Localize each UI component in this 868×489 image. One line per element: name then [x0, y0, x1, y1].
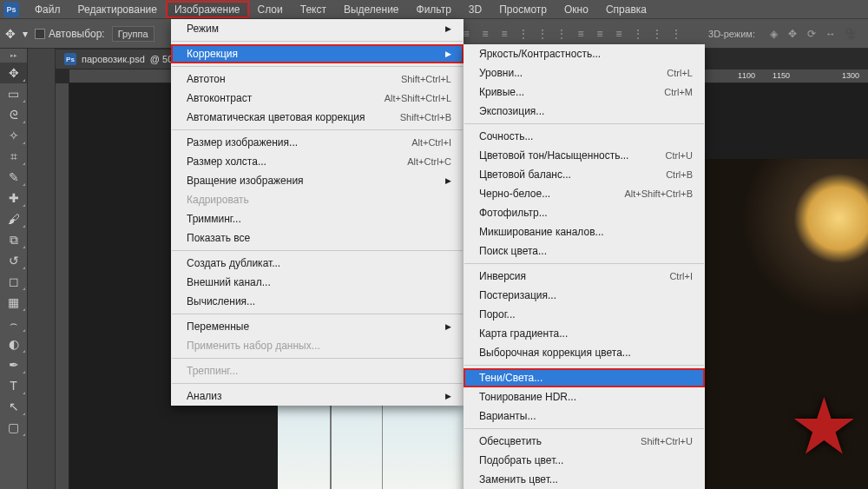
tool-rectangle[interactable]: ▢	[0, 417, 27, 438]
correction-menu-item[interactable]: Цветовой баланс...Ctrl+B	[464, 165, 705, 184]
tool-marquee[interactable]: ▭	[0, 83, 27, 104]
menu-text[interactable]: Текст	[292, 1, 335, 18]
menu-file[interactable]: Файл	[26, 1, 69, 18]
distribute-icon[interactable]: ⋮	[668, 26, 684, 42]
correction-menu-item[interactable]: Экспозиция...	[464, 102, 705, 121]
correction-menu-item[interactable]: Карта градиента...	[464, 324, 705, 343]
tool-eraser[interactable]: ◻	[0, 271, 27, 292]
distribute-icon[interactable]: ⋮	[649, 26, 665, 42]
align-icon[interactable]: ≡	[496, 26, 512, 42]
tool-gradient[interactable]: ▦	[0, 292, 27, 313]
collapsed-panel-strip[interactable]	[28, 49, 56, 489]
correction-menu-item[interactable]: Тени/Света...	[464, 368, 705, 387]
tool-magic-wand[interactable]: ✧	[0, 125, 27, 146]
image-menu-item[interactable]: Переменные▶	[171, 317, 464, 336]
menu-3d[interactable]: 3D	[460, 1, 490, 18]
image-menu-item[interactable]: Тримминг...	[171, 209, 464, 228]
menu-select[interactable]: Выделение	[335, 1, 408, 18]
image-menu-item[interactable]: Вычисления...	[171, 292, 464, 311]
image-menu-item[interactable]: Внешний канал...	[171, 273, 464, 292]
image-menu-item[interactable]: Показать все	[171, 228, 464, 248]
document-tab[interactable]: Ps паровозик.psd @ 50%	[56, 50, 190, 69]
mode-3d-label: 3D-режим:	[708, 29, 755, 39]
correction-menu-item[interactable]: Постеризация...	[464, 286, 705, 305]
tool-eyedropper[interactable]: ✎	[0, 167, 27, 188]
correction-menu-item[interactable]: Фотофильтр...	[464, 203, 705, 222]
3d-icon[interactable]: ⟳	[804, 26, 819, 42]
menu-item-label: Фотофильтр...	[479, 207, 548, 219]
tool-dodge[interactable]: ◐	[0, 334, 27, 354]
correction-menu-item[interactable]: Варианты...	[464, 406, 705, 426]
menu-edit[interactable]: Редактирование	[69, 1, 166, 18]
menu-filter[interactable]: Фильтр	[408, 1, 460, 18]
3d-icon[interactable]: ◈	[766, 26, 781, 42]
menu-window[interactable]: Окно	[556, 1, 597, 18]
image-menu-item[interactable]: Создать дубликат...	[171, 254, 464, 273]
distribute-icon[interactable]: ≡	[592, 26, 608, 42]
menu-image[interactable]: Изображение	[166, 1, 249, 18]
menu-shortcut: Alt+Shift+Ctrl+B	[624, 188, 693, 199]
menu-item-label: Сочность...	[479, 130, 533, 142]
tool-clone[interactable]: ⧉	[0, 229, 27, 250]
correction-menu-item[interactable]: Порог...	[464, 305, 705, 324]
correction-menu-item[interactable]: Сочность...	[464, 127, 705, 146]
distribute-icon[interactable]: ≡	[573, 26, 589, 42]
tool-type[interactable]: T	[0, 375, 27, 396]
autoselect-target-dropdown[interactable]: Группа	[112, 26, 155, 42]
distribute-icon[interactable]: ≡	[611, 26, 627, 42]
doc-filename: паровозик.psd	[82, 54, 145, 64]
image-menu-item[interactable]: Режим▶	[171, 19, 464, 38]
image-menu-item: Треппинг...	[171, 361, 464, 380]
image-menu-item[interactable]: АвтотонShift+Ctrl+L	[171, 69, 464, 89]
correction-menu-item[interactable]: Цветовой тон/Насыщенность...Ctrl+U	[464, 146, 705, 165]
dropdown-arrow-icon[interactable]: ▾	[23, 28, 28, 40]
menu-item-label: Анализ	[187, 390, 222, 402]
tool-crop[interactable]: ⌗	[0, 146, 27, 167]
menu-view[interactable]: Просмотр	[490, 1, 556, 18]
correction-menu-item[interactable]: ИнверсияCtrl+I	[464, 267, 705, 286]
align-icon[interactable]: ⋮	[516, 26, 531, 42]
tool-path-select[interactable]: ↖	[0, 396, 27, 417]
image-menu-item[interactable]: Коррекция▶	[171, 44, 464, 63]
align-icon[interactable]: ⋮	[535, 26, 550, 42]
align-icon[interactable]: ≡	[477, 26, 493, 42]
correction-menu-item[interactable]: Кривые...Ctrl+M	[464, 83, 705, 102]
image-menu-item[interactable]: Размер холста...Alt+Ctrl+C	[171, 152, 464, 171]
image-menu-item[interactable]: Вращение изображения▶	[171, 171, 464, 190]
align-icon[interactable]: ⋮	[554, 26, 569, 42]
tool-pen[interactable]: ✒	[0, 354, 27, 375]
3d-icon[interactable]: ↔	[823, 26, 838, 42]
3d-icon[interactable]: ✥	[785, 26, 800, 42]
correction-menu-item[interactable]: Микширование каналов...	[464, 222, 705, 241]
correction-menu-item[interactable]: Черно-белое...Alt+Shift+Ctrl+B	[464, 184, 705, 203]
correction-menu-item[interactable]: Поиск цвета...	[464, 241, 705, 261]
correction-menu-item[interactable]: Тонирование HDR...	[464, 387, 705, 406]
correction-menu-item[interactable]: Заменить цвет...	[464, 470, 705, 489]
tool-move[interactable]: ✥	[0, 63, 27, 83]
toolbar-collapse-icon[interactable]: ▸▸	[0, 52, 27, 63]
image-menu-item[interactable]: Анализ▶	[171, 387, 464, 406]
correction-menu-item[interactable]: Подобрать цвет...	[464, 451, 705, 470]
menu-shortcut: Ctrl+B	[666, 169, 693, 180]
image-menu-item[interactable]: Автоматическая цветовая коррекцияShift+C…	[171, 108, 464, 127]
menu-item-label: Тени/Света...	[479, 372, 542, 384]
correction-menu-item[interactable]: ОбесцветитьShift+Ctrl+U	[464, 432, 705, 451]
image-menu-item[interactable]: Размер изображения...Alt+Ctrl+I	[171, 133, 464, 152]
tool-lasso[interactable]: ᘓ	[0, 104, 27, 125]
menu-item-label: Режим	[187, 23, 219, 35]
correction-menu-item[interactable]: Уровни...Ctrl+L	[464, 63, 705, 83]
menubar: Ps Файл Редактирование Изображение Слои …	[0, 0, 868, 19]
tool-healing[interactable]: ✚	[0, 188, 27, 208]
menu-help[interactable]: Справка	[597, 1, 655, 18]
distribute-icon[interactable]: ⋮	[630, 26, 646, 42]
tool-history-brush[interactable]: ↺	[0, 250, 27, 271]
menu-layers[interactable]: Слои	[249, 1, 292, 18]
menu-item-label: Выборочная коррекция цвета...	[479, 347, 631, 359]
correction-menu-item[interactable]: Яркость/Контрастность...	[464, 44, 705, 63]
tool-blur[interactable]: ⌢	[0, 313, 27, 334]
tool-brush[interactable]: 🖌	[0, 208, 27, 229]
3d-icon[interactable]: 🎥	[842, 26, 858, 42]
correction-menu-item[interactable]: Выборочная коррекция цвета...	[464, 343, 705, 362]
image-menu-item[interactable]: АвтоконтрастAlt+Shift+Ctrl+L	[171, 89, 464, 108]
autoselect-checkbox[interactable]: Автовыбор:	[35, 28, 105, 40]
